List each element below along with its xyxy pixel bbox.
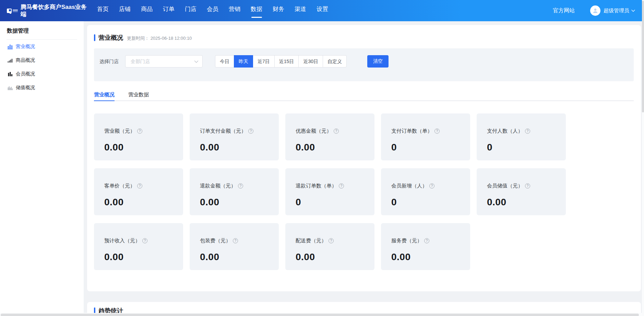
vertical-scrollbar-thumb[interactable] <box>642 1 644 112</box>
nav-item-members[interactable]: 会员 <box>207 0 218 21</box>
nav-item-stores[interactable]: 门店 <box>185 0 196 21</box>
sidebar-item-label: 会员概况 <box>16 71 35 77</box>
stat-label: 退款订单数（单）? <box>296 183 374 189</box>
stat-label: 服务费（元）? <box>391 238 470 244</box>
stat-label: 会员储值（元）? <box>487 183 566 189</box>
nav-item-settings[interactable]: 设置 <box>317 0 328 21</box>
clear-button[interactable]: 清空 <box>367 55 389 68</box>
horizontal-scrollbar-thumb[interactable] <box>1 314 639 316</box>
stat-card-refund-order-count: 退款订单数（单）? 0 <box>285 168 374 215</box>
nav-item-channels[interactable]: 渠道 <box>295 0 306 21</box>
range-30days-button[interactable]: 近30日 <box>298 55 323 68</box>
nav-item-goods[interactable]: 商品 <box>141 0 153 21</box>
sidebar-item-label: 储值概况 <box>16 85 35 91</box>
help-icon[interactable]: ? <box>339 183 344 189</box>
user-icon <box>592 8 598 14</box>
stat-value: 0 <box>487 142 566 153</box>
sidebar-item-label: 营业概况 <box>16 44 35 50</box>
header-right: 官方网站 超级管理员 <box>553 0 635 21</box>
stat-value: 0 <box>296 197 374 208</box>
nav-item-shop[interactable]: 店铺 <box>119 0 131 21</box>
logo-caption <box>13 10 18 12</box>
vertical-scrollbar[interactable] <box>642 0 644 316</box>
help-icon[interactable]: ? <box>233 238 238 243</box>
horizontal-scrollbar[interactable] <box>0 313 642 316</box>
help-icon[interactable]: ? <box>434 129 440 134</box>
business-overview-card: 营业概况 更新时间： 2025-06-18 12:00:10 选择门店 全部门店… <box>87 25 641 291</box>
stat-label: 会员新增（人）? <box>391 183 470 189</box>
stat-card-packing-fee: 包装费（元）? 0.00 <box>190 223 279 270</box>
stat-label: 客单价（元）? <box>104 183 183 189</box>
chevron-down-icon <box>194 60 199 63</box>
range-today-button[interactable]: 今日 <box>215 55 234 68</box>
help-icon[interactable]: ? <box>137 183 142 189</box>
nav-item-orders[interactable]: 订单 <box>163 0 175 21</box>
stat-label: 预计收入（元）? <box>104 238 183 244</box>
help-icon[interactable]: ? <box>329 238 334 243</box>
stat-label: 订单支付金额（元）? <box>200 128 279 134</box>
sidebar-item-business-overview[interactable]: 营业概况 <box>0 40 84 53</box>
help-icon[interactable]: ? <box>525 129 530 134</box>
tab-business-overview[interactable]: 营业概况 <box>94 88 115 101</box>
stat-value: 0.00 <box>200 142 279 153</box>
sidebar-item-stored-value-overview[interactable]: 储值概况 <box>0 81 84 95</box>
stat-card-refund-amount: 退款金额（元）? 0.00 <box>190 168 279 215</box>
help-icon[interactable]: ? <box>525 183 530 189</box>
nav-item-home[interactable]: 首页 <box>97 0 109 21</box>
range-yesterday-button[interactable]: 昨天 <box>234 55 253 68</box>
stat-value: 0.00 <box>104 142 183 153</box>
title-accent-bar <box>94 34 95 41</box>
range-7days-button[interactable]: 近7日 <box>253 55 275 68</box>
help-icon[interactable]: ? <box>429 183 434 189</box>
sidebar-title: 数据管理 <box>7 27 84 35</box>
stat-card-revenue: 营业额（元）? 0.00 <box>94 113 183 160</box>
help-icon[interactable]: ? <box>137 129 142 134</box>
stat-label: 配送费（元）? <box>296 238 374 244</box>
business-overview-chart-icon <box>8 44 13 49</box>
help-icon[interactable]: ? <box>334 129 339 134</box>
help-icon[interactable]: ? <box>248 129 253 134</box>
main-content: 营业概况 更新时间： 2025-06-18 12:00:10 选择门店 全部门店… <box>87 25 641 316</box>
store-select[interactable]: 全部门店 <box>125 55 203 68</box>
nav-item-finance[interactable]: 财务 <box>273 0 284 21</box>
official-site-link[interactable]: 官方网站 <box>553 7 575 14</box>
help-icon[interactable]: ? <box>142 238 147 243</box>
chevron-down-icon[interactable] <box>631 10 635 12</box>
page-title: 营业概况 <box>98 34 123 42</box>
help-icon[interactable]: ? <box>424 238 429 243</box>
stat-value: 0.00 <box>104 252 183 263</box>
filter-panel: 选择门店 全部门店 今日 昨天 近7日 近15日 近30日 自定义 清空 <box>94 48 634 81</box>
sidebar-item-member-overview[interactable]: 会员概况 <box>0 67 84 81</box>
app-title: 腾马餐饮多商户Saas业务端 <box>21 3 88 18</box>
stat-value: 0.00 <box>296 252 374 263</box>
overview-tabs: 营业概况 营业数据 <box>94 88 634 101</box>
section-title-row: 营业概况 更新时间： 2025-06-18 12:00:10 <box>94 34 634 42</box>
avatar[interactable] <box>590 5 600 16</box>
stat-value: 0.00 <box>391 252 470 263</box>
stat-value: 0 <box>391 197 470 208</box>
sidebar-item-label: 商品概况 <box>16 57 35 63</box>
range-15days-button[interactable]: 近15日 <box>274 55 299 68</box>
tab-business-data[interactable]: 营业数据 <box>128 88 149 100</box>
member-overview-chart-icon <box>8 72 13 77</box>
stat-label: 优惠金额（元）? <box>296 128 374 134</box>
stat-value: 0.00 <box>487 197 566 208</box>
goods-overview-chart-icon <box>8 58 13 63</box>
sidebar: 数据管理 营业概况 商品概况 会员概况 储值概况 <box>0 21 84 316</box>
help-icon[interactable]: ? <box>238 183 243 189</box>
stat-card-paid-user-count: 支付人数（人）? 0 <box>477 113 566 160</box>
range-custom-button[interactable]: 自定义 <box>323 55 347 68</box>
stat-card-estimated-income: 预计收入（元）? 0.00 <box>94 223 183 270</box>
app-header: 腾马餐饮多商户Saas业务端 首页 店铺 商品 订单 门店 会员 营销 数据 财… <box>0 0 642 21</box>
stat-value: 0 <box>391 142 470 153</box>
user-name[interactable]: 超级管理员 <box>604 8 629 14</box>
store-select-placeholder: 全部门店 <box>126 56 202 67</box>
stat-label: 支付订单数（单）? <box>391 128 470 134</box>
top-nav: 首页 店铺 商品 订单 门店 会员 营销 数据 财务 渠道 设置 <box>97 0 338 21</box>
stat-card-paid-order-count: 支付订单数（单）? 0 <box>381 113 470 160</box>
sidebar-item-goods-overview[interactable]: 商品概况 <box>0 53 84 67</box>
stat-card-delivery-fee: 配送费（元）? 0.00 <box>285 223 374 270</box>
nav-item-data[interactable]: 数据 <box>251 0 262 21</box>
nav-item-marketing[interactable]: 营销 <box>229 0 240 21</box>
update-time: 更新时间： 2025-06-18 12:00:10 <box>127 34 192 41</box>
